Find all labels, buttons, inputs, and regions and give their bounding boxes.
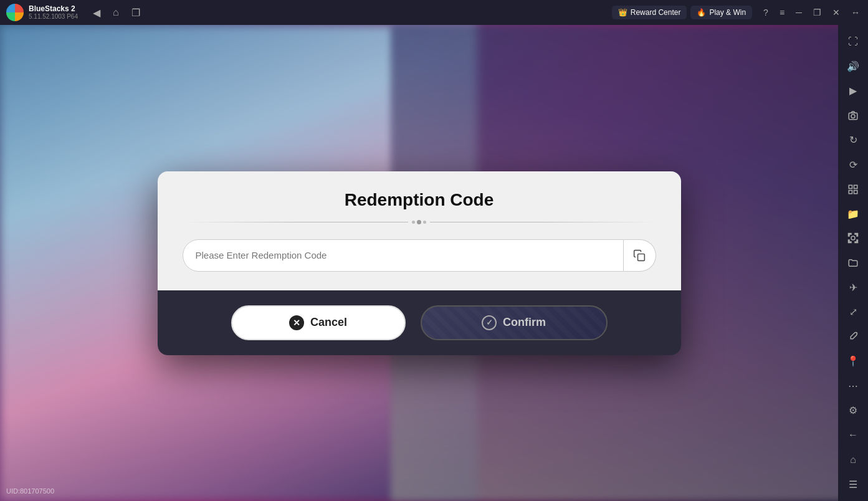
location-icon[interactable]: 📍 (841, 350, 866, 373)
divider-line-left (183, 222, 409, 222)
app-info: BlueStacks 2 5.11.52.1003 P64 (29, 4, 78, 21)
dialog-overlay: Redemption Code (0, 25, 838, 501)
app-name: BlueStacks 2 (29, 4, 78, 13)
confirm-label: Confirm (503, 316, 546, 329)
divider-dot-1 (412, 221, 415, 224)
confirm-icon: ✓ (482, 315, 497, 330)
app-version: 5.11.52.1003 P64 (29, 13, 78, 21)
screenshot-icon[interactable] (841, 227, 866, 250)
svg-point-1 (851, 115, 855, 118)
reward-center-button[interactable]: 👑 Reward Center (612, 6, 687, 19)
play-win-button[interactable]: 🔥 Play & Win (690, 6, 752, 19)
redemption-dialog: Redemption Code (158, 171, 681, 355)
home-sidebar-icon[interactable]: ⌂ (841, 448, 866, 471)
svg-point-6 (851, 236, 855, 240)
input-row (183, 239, 656, 272)
right-sidebar: ⛶ 🔊 ▶ ↻ ⟳ 📁 ✈ ⤢ 📍 ⋯ ⚙ ← ⌂ ☰ (838, 25, 868, 501)
close-button[interactable]: ✕ (827, 4, 845, 21)
cancel-label: Cancel (310, 316, 347, 329)
back-sidebar-icon[interactable]: ← (841, 424, 866, 447)
confirm-button[interactable]: ✓ Confirm (421, 305, 608, 340)
refresh-icon[interactable]: ⟳ (841, 153, 866, 176)
cancel-icon: ✕ (289, 315, 304, 330)
divider-dot-main (417, 220, 421, 224)
back-button[interactable]: ◀ (89, 4, 104, 21)
divider-dots (412, 220, 426, 224)
dialog-title: Redemption Code (183, 190, 656, 210)
svg-rect-3 (854, 185, 857, 188)
dialog-divider (183, 220, 656, 224)
apps-icon[interactable] (841, 178, 866, 201)
reward-icon: 👑 (618, 8, 627, 17)
menu-sidebar-icon[interactable]: ☰ (841, 472, 866, 495)
svg-rect-2 (849, 185, 852, 188)
brush-icon[interactable] (841, 325, 866, 348)
minimize-button[interactable]: ─ (791, 4, 807, 21)
titlebar-nav: ◀ ⌂ ❐ (89, 4, 144, 21)
media-icon[interactable]: 📁 (841, 202, 866, 225)
rotate-icon[interactable]: ↻ (841, 128, 866, 151)
help-button[interactable]: ? (758, 4, 773, 21)
hamburger-button[interactable]: ≡ (775, 4, 789, 21)
dialog-top: Redemption Code (158, 171, 681, 290)
reward-label: Reward Center (631, 8, 681, 17)
titlebar-center: 👑 Reward Center 🔥 Play & Win (150, 6, 758, 19)
flight-icon[interactable]: ✈ (841, 276, 866, 299)
expand-button[interactable]: ↔ (846, 4, 865, 21)
svg-rect-5 (854, 190, 857, 193)
volume-icon[interactable]: 🔊 (841, 54, 866, 77)
maximize-button[interactable]: ❐ (808, 4, 826, 21)
titlebar: BlueStacks 2 5.11.52.1003 P64 ◀ ⌂ ❐ 👑 Re… (0, 0, 868, 25)
resize-icon[interactable]: ⤢ (841, 300, 866, 323)
play-win-icon: 🔥 (697, 8, 706, 17)
titlebar-left: BlueStacks 2 5.11.52.1003 P64 ◀ ⌂ ❐ (0, 4, 150, 21)
svg-rect-4 (849, 190, 852, 193)
bookmarks-button[interactable]: ❐ (128, 4, 144, 21)
cancel-button[interactable]: ✕ Cancel (231, 305, 406, 340)
divider-line-right (430, 222, 656, 222)
camera-icon[interactable] (841, 103, 866, 126)
paste-button[interactable] (624, 239, 656, 272)
titlebar-actions: ? ≡ ─ ❐ ✕ ↔ (758, 4, 868, 21)
dialog-bottom: ✕ Cancel ✓ Confirm (158, 290, 681, 355)
video-icon[interactable]: ▶ (841, 79, 866, 102)
play-win-label: Play & Win (709, 8, 746, 17)
redemption-code-input[interactable] (183, 239, 624, 272)
fullscreen-icon[interactable]: ⛶ (841, 30, 866, 53)
more-icon[interactable]: ⋯ (841, 375, 866, 398)
svg-rect-7 (638, 254, 645, 260)
settings-icon[interactable]: ⚙ (841, 399, 866, 422)
home-button[interactable]: ⌂ (109, 4, 123, 21)
paste-icon (633, 249, 646, 262)
folder-icon[interactable] (841, 251, 866, 274)
bluestacks-logo (6, 4, 24, 21)
divider-dot-2 (423, 221, 426, 224)
